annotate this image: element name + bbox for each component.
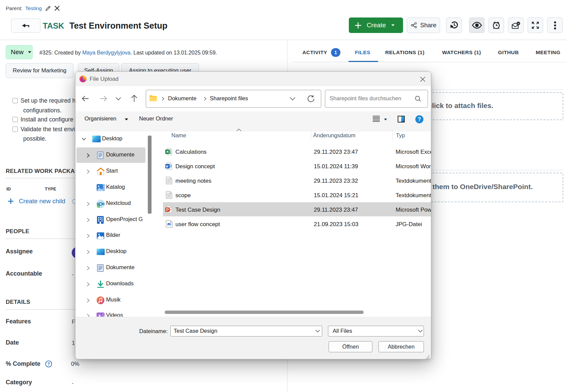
svg-text:?: ? (47, 361, 50, 366)
svg-text:?: ? (418, 116, 421, 122)
